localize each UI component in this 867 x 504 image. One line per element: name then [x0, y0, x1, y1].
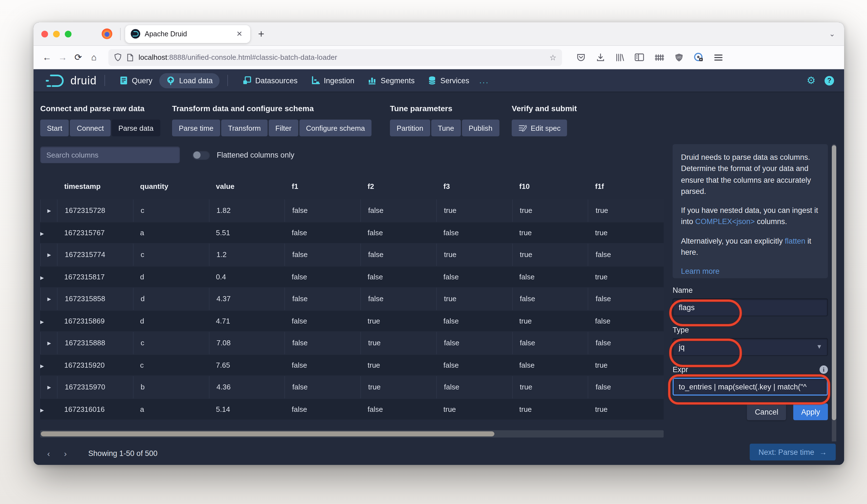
sidebar-icon[interactable] [635, 53, 644, 62]
name-field-input[interactable] [673, 298, 828, 316]
tab-close-icon[interactable]: ✕ [234, 29, 245, 39]
new-tab-button[interactable]: + [258, 28, 264, 40]
table-cell: true [512, 228, 588, 237]
containers-fence-icon[interactable] [655, 53, 664, 62]
step-tune-button[interactable]: Tune [431, 120, 461, 136]
row-expander-icon[interactable]: ▶ [41, 296, 57, 302]
column-header-f10[interactable]: f10 [512, 182, 588, 190]
menu-hamburger-icon[interactable] [714, 53, 723, 61]
flatten-link[interactable]: flatten [785, 237, 805, 245]
apply-button[interactable]: Apply [793, 404, 828, 420]
step-parse-data-button[interactable]: Parse data [112, 120, 160, 136]
ublock-shield-icon[interactable]: UO [675, 53, 683, 62]
pocket-icon[interactable] [577, 53, 586, 62]
column-header-timestamp[interactable]: timestamp [57, 182, 133, 190]
ingestion-icon [311, 76, 320, 85]
next-button-label: Next: Parse time [758, 448, 814, 456]
learn-more-link[interactable]: Learn more [681, 267, 719, 276]
help-icon[interactable]: ? [825, 76, 834, 85]
step-start-button[interactable]: Start [40, 120, 69, 136]
table-cell: false [285, 332, 361, 354]
step-publish-button[interactable]: Publish [462, 120, 499, 136]
back-button[interactable]: ← [39, 52, 55, 62]
step-group-title: Tune parameters [390, 104, 499, 113]
home-button[interactable]: ⌂ [86, 52, 102, 62]
step-configure-schema-button[interactable]: Configure schema [299, 120, 372, 136]
step-filter-button[interactable]: Filter [269, 120, 298, 136]
horizontal-scrollbar-thumb[interactable] [41, 431, 494, 436]
nav-item-load-data[interactable]: Load data [159, 73, 220, 88]
horizontal-scrollbar[interactable] [40, 430, 664, 438]
row-expander-icon[interactable]: ▶ [40, 363, 44, 369]
table-cell: 1672316016 [57, 405, 133, 414]
table-cell: 4.37 [208, 288, 285, 310]
downloads-icon[interactable] [596, 53, 605, 62]
next-page-button[interactable]: › [57, 448, 74, 458]
list-tabs-chevron-icon[interactable]: ⌄ [829, 30, 835, 38]
table-cell: 1672315817 [57, 273, 133, 281]
flattened-columns-toggle-label: Flattened columns only [217, 151, 295, 159]
row-expander-icon[interactable]: ▶ [41, 340, 57, 346]
table-cell: false [512, 332, 588, 354]
table-row: ▶1672315774c1.2falsefalsetruetruefalse [40, 244, 664, 266]
page-info-icon[interactable] [127, 53, 133, 61]
address-bar[interactable]: localhost:8888/unified-console.html#clas… [108, 49, 562, 66]
column-header-f1[interactable]: f1 [285, 182, 361, 190]
column-header-f3[interactable]: f3 [436, 182, 512, 190]
close-window-button[interactable] [41, 31, 48, 37]
step-edit-spec-button[interactable]: Edit spec [512, 120, 567, 136]
nav-item-datasources[interactable]: Datasources [236, 73, 304, 88]
column-header-f2[interactable]: f2 [360, 182, 436, 190]
more-menu-button[interactable]: ... [476, 76, 492, 85]
step-connect-button[interactable]: Connect [70, 120, 110, 136]
nav-item-services[interactable]: Services [421, 73, 476, 88]
settings-gear-icon[interactable]: ⚙ [807, 74, 816, 87]
nav-item-segments[interactable]: Segments [361, 73, 421, 88]
type-select[interactable] [673, 338, 828, 356]
library-icon[interactable] [616, 53, 624, 62]
onepassword-icon[interactable] [694, 53, 703, 62]
maximize-window-button[interactable] [65, 31, 72, 37]
table-cell: true [360, 332, 436, 354]
step-partition-button[interactable]: Partition [390, 120, 430, 136]
tab-apache-druid[interactable]: Apache Druid ✕ [125, 25, 250, 43]
info-icon[interactable]: i [820, 365, 828, 374]
column-header-f1f[interactable]: f1f [588, 182, 664, 190]
reload-button[interactable]: ⟳ [71, 52, 86, 63]
next-parse-time-button[interactable]: Next: Parse time → [749, 444, 836, 460]
druid-logo[interactable]: druid [46, 73, 97, 88]
nav-item-query[interactable]: Query [113, 73, 159, 88]
vertical-scrollbar[interactable] [832, 144, 836, 460]
row-expander-icon[interactable]: ▶ [40, 275, 44, 280]
step-transform-button[interactable]: Transform [221, 120, 268, 136]
flattened-columns-toggle[interactable] [192, 150, 210, 160]
column-header-value[interactable]: value [208, 182, 285, 190]
row-expander-icon[interactable]: ▶ [41, 252, 57, 258]
step-parse-time-button[interactable]: Parse time [172, 120, 220, 136]
complex-json-link[interactable]: COMPLEX<json> [695, 218, 755, 226]
row-expander-icon[interactable]: ▶ [41, 384, 57, 390]
expr-field-input[interactable] [673, 378, 828, 396]
search-columns-input[interactable] [40, 147, 180, 163]
table-cell: 5.14 [208, 405, 285, 414]
divider [120, 28, 121, 40]
shield-icon[interactable] [114, 53, 122, 62]
bookmark-star-icon[interactable]: ☆ [549, 53, 556, 62]
nav-item-label: Load data [179, 76, 213, 85]
row-expander-icon[interactable]: ▶ [40, 231, 44, 236]
table-cell: true [588, 361, 664, 369]
row-expander-icon[interactable]: ▶ [40, 407, 44, 413]
nav-item-ingestion[interactable]: Ingestion [304, 73, 361, 88]
row-expander-icon[interactable]: ▶ [41, 208, 57, 213]
column-header-quantity[interactable]: quantity [133, 182, 209, 190]
forward-button[interactable]: → [55, 52, 71, 62]
cancel-button[interactable]: Cancel [747, 404, 786, 420]
row-expander-icon[interactable]: ▶ [40, 319, 44, 325]
table-cell: false [285, 317, 361, 325]
pagination-bar: ‹ › Showing 1-50 of 500 Next: Parse time… [33, 441, 844, 465]
vertical-scrollbar-thumb[interactable] [832, 145, 836, 420]
nav-item-label: Query [132, 76, 152, 85]
firefox-icon[interactable] [102, 29, 112, 39]
prev-page-button[interactable]: ‹ [40, 448, 57, 458]
minimize-window-button[interactable] [53, 31, 60, 37]
